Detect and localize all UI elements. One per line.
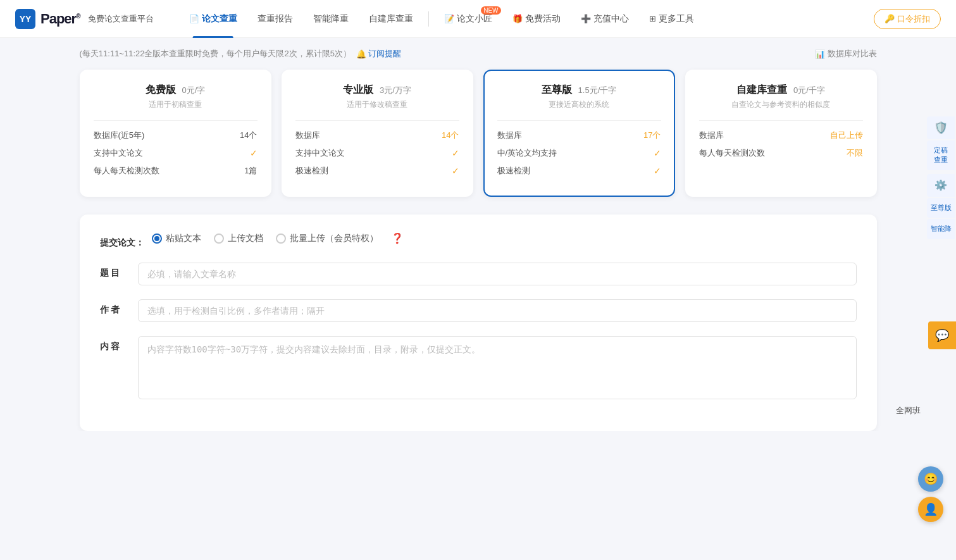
nav-label-check: 论文查重 — [202, 13, 237, 25]
card-supreme-row-1: 数据库 17个 — [497, 130, 661, 141]
form-submit-row: 提交论文： 粘贴文本 上传文档 批量上传（会员特权） ❓ — [100, 232, 857, 249]
card-free[interactable]: 免费版 0元/字 适用于初稿查重 数据库(近5年) 14个 支持中文论文 ✓ 每… — [80, 70, 271, 197]
nav-label-activity: 免费活动 — [525, 13, 561, 25]
card-pro[interactable]: 专业版 3元/万字 适用于修改稿查重 数据库 14个 支持中文论文 ✓ 极速检测… — [282, 70, 473, 197]
bell-icon: 🔔 — [356, 49, 366, 59]
logo-icon-text: YY — [20, 14, 32, 24]
subscribe-link[interactable]: 🔔 订阅提醒 — [356, 48, 401, 59]
card-free-row-1: 数据库(近5年) 14个 — [94, 130, 258, 141]
card-supreme[interactable]: 至尊版 1.5元/千字 更接近高校的系统 数据库 17个 中/英论文均支持 ✓ … — [483, 70, 675, 197]
card-pro-row-3-label: 极速检测 — [295, 165, 328, 177]
card-selfbuild-row-1: 数据库 自己上传 — [699, 130, 863, 141]
card-selfbuild-row-1-label: 数据库 — [699, 130, 724, 141]
nav-label-report: 查重报告 — [258, 13, 293, 25]
card-supreme-row-1-label: 数据库 — [497, 130, 522, 141]
radio-paste-dot — [152, 233, 162, 244]
db-compare-text: 数据库对比表 — [828, 48, 877, 59]
title-input[interactable] — [138, 263, 857, 285]
option-batch[interactable]: 批量上传（会员特权） — [276, 233, 378, 244]
nav-item-assistant[interactable]: 📝 论文小匠 NEW — [434, 0, 502, 38]
nav-item-reduce[interactable]: 智能降重 — [303, 0, 359, 38]
nav-label-assistant: 论文小匠 — [457, 13, 492, 25]
card-pro-price: 3元/万字 — [380, 85, 411, 95]
help-icon[interactable]: ❓ — [391, 232, 404, 244]
card-free-subtitle: 适用于初稿查重 — [94, 99, 258, 110]
card-pro-divider — [295, 120, 459, 121]
nav-item-tools[interactable]: ⊞ 更多工具 — [639, 0, 704, 38]
nav-label-tools: 更多工具 — [659, 13, 694, 25]
card-free-row-2: 支持中文论文 ✓ — [94, 147, 258, 159]
header: YY Paper® 免费论文查重平台 📄 论文查重 查重报告 智能降重 自建库查… — [0, 0, 956, 38]
sidebar-tool-supreme[interactable]: 至尊版 — [927, 198, 955, 218]
author-input[interactable] — [138, 299, 857, 322]
card-free-price: 0元/字 — [182, 85, 206, 95]
form-author-row: 作 者 — [100, 299, 857, 322]
nav-item-recharge[interactable]: ➕ 充值中心 — [571, 0, 639, 38]
coupon-button[interactable]: 🔑 口令折扣 — [874, 9, 941, 29]
nav-item-selfbuild[interactable]: 自建库查重 — [359, 0, 423, 38]
card-supreme-row-1-value: 17个 — [643, 130, 661, 141]
form-title-row: 题 目 — [100, 263, 857, 285]
sidebar-tool-fixed[interactable]: 定稿查重 — [927, 140, 955, 170]
card-selfbuild[interactable]: 自建库查重 0元/千字 自查论文与参考资料的相似度 数据库 自己上传 每人每天检… — [685, 70, 877, 197]
card-pro-row-3: 极速检测 ✓ — [295, 165, 459, 177]
card-supreme-price: 1.5元/千字 — [578, 85, 617, 95]
card-selfbuild-title: 自建库查重 — [736, 84, 787, 95]
db-compare-link[interactable]: 📊 数据库对比表 — [815, 48, 877, 59]
content-textarea[interactable] — [138, 336, 857, 399]
card-supreme-title: 至尊版 — [542, 84, 572, 95]
card-supreme-divider — [497, 120, 661, 121]
sidebar-shield-icon[interactable]: 🛡️ — [927, 116, 955, 139]
card-free-row-1-value: 14个 — [240, 130, 257, 141]
sidebar-supreme-label: 至尊版 — [931, 204, 952, 211]
card-supreme-row-2-check: ✓ — [654, 148, 661, 158]
logo-area: YY Paper® 免费论文查重平台 — [15, 9, 154, 29]
card-supreme-row-3: 极速检测 ✓ — [497, 165, 661, 177]
card-pro-row-2-check: ✓ — [452, 148, 459, 158]
card-pro-subtitle: 适用于修改稿查重 — [295, 99, 459, 110]
nav-label-reduce: 智能降重 — [313, 13, 349, 25]
form-content-label: 内 容 — [100, 336, 130, 352]
coupon-label: 口令折扣 — [897, 13, 930, 25]
option-upload[interactable]: 上传文档 — [214, 233, 263, 244]
chart-icon: 📊 — [815, 49, 825, 59]
right-sidebar: 🛡️ 定稿查重 ⚙️ 至尊版 智能降 — [926, 114, 956, 239]
card-free-row-2-check: ✓ — [250, 148, 258, 158]
option-paste[interactable]: 粘贴文本 — [152, 233, 201, 244]
option-batch-label: 批量上传（会员特权） — [290, 233, 378, 244]
card-pro-row-1-value: 14个 — [442, 130, 459, 141]
card-supreme-row-3-check: ✓ — [654, 166, 661, 176]
card-pro-title: 专业版 — [343, 84, 373, 95]
floating-label-text: 全网班 — [896, 406, 921, 415]
card-supreme-row-2-label: 中/英论文均支持 — [497, 147, 557, 159]
form-submit-label: 提交论文： — [100, 232, 144, 249]
coupon-icon: 🔑 — [885, 14, 895, 23]
card-free-title: 免费版 — [146, 84, 176, 95]
info-notice: (每天11:11~11:22全版本查重限时免费，每个用户每天限2次，累计限5次） — [80, 48, 351, 59]
card-pro-row-1: 数据库 14个 — [295, 130, 459, 141]
submit-options: 粘贴文本 上传文档 批量上传（会员特权） ❓ — [152, 232, 404, 244]
nav-item-activity[interactable]: 🎁 免费活动 — [502, 0, 571, 38]
sidebar-filter-icon[interactable]: ⚙️ — [927, 174, 955, 197]
logo-text: Paper® — [40, 11, 80, 27]
card-selfbuild-subtitle: 自查论文与参考资料的相似度 — [699, 99, 863, 110]
orange-float-btn[interactable]: 💬 — [928, 321, 956, 349]
nav-item-report[interactable]: 查重报告 — [247, 0, 303, 38]
sidebar-tool-smart[interactable]: 智能降 — [927, 219, 955, 239]
card-selfbuild-row-2: 每人每天检测次数 不限 — [699, 147, 863, 159]
nav-item-check[interactable]: 📄 论文查重 — [179, 0, 247, 38]
card-selfbuild-price: 0元/千字 — [793, 85, 825, 95]
sidebar-smart-label: 智能降 — [931, 225, 952, 232]
card-supreme-row-3-label: 极速检测 — [497, 165, 530, 177]
card-supreme-row-2: 中/英论文均支持 ✓ — [497, 147, 661, 159]
chat-icon: 💬 — [935, 328, 949, 342]
card-free-row-3-value: 1篇 — [244, 165, 257, 177]
card-selfbuild-row-2-value: 不限 — [847, 147, 863, 159]
card-pro-row-2: 支持中文论文 ✓ — [295, 147, 459, 159]
card-selfbuild-row-1-value: 自己上传 — [830, 130, 863, 141]
header-right: 🔑 口令折扣 — [874, 9, 941, 29]
nav-divider — [428, 11, 429, 27]
option-paste-label: 粘贴文本 — [166, 233, 201, 244]
option-upload-label: 上传文档 — [228, 233, 263, 244]
form-title-label: 题 目 — [100, 263, 130, 279]
